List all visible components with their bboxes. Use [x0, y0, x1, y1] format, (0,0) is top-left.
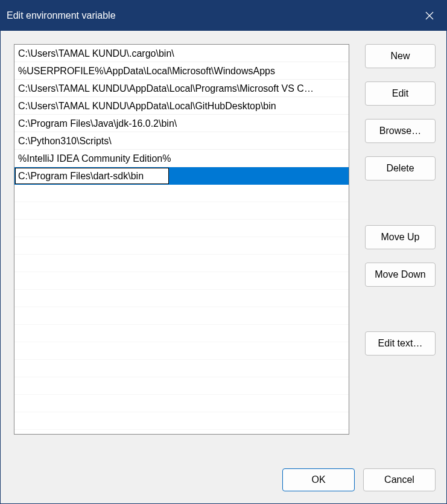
list-item-empty[interactable] [14, 290, 349, 307]
edit-text-button[interactable]: Edit text… [365, 331, 436, 356]
move-down-button[interactable]: Move Down [365, 263, 436, 287]
list-item[interactable]: C:\Users\TAMAL KUNDU\.cargo\bin\ [14, 45, 349, 62]
titlebar: Edit environment variable [1, 1, 446, 31]
close-button[interactable] [417, 4, 442, 28]
list-item-empty[interactable] [14, 377, 349, 395]
dialog-footer: OK Cancel [14, 468, 436, 491]
list-item-empty[interactable] [14, 342, 349, 360]
ok-button[interactable]: OK [282, 468, 355, 491]
list-item-empty[interactable] [14, 395, 349, 412]
list-item-empty[interactable] [14, 202, 349, 220]
list-item[interactable]: C:\Python310\Scripts\ [14, 132, 349, 150]
dialog-title: Edit environment variable [7, 10, 116, 21]
path-listbox[interactable]: C:\Users\TAMAL KUNDU\.cargo\bin\ %USERPR… [14, 44, 349, 435]
list-item-empty[interactable] [14, 325, 349, 342]
new-button[interactable]: New [365, 44, 436, 68]
dialog-window: Edit environment variable C:\Users\TAMAL… [0, 0, 447, 504]
list-item-empty[interactable] [14, 412, 349, 430]
list-item[interactable]: C:\Users\TAMAL KUNDU\AppData\Local\Progr… [14, 80, 349, 97]
list-item-empty[interactable] [14, 360, 349, 377]
move-up-button[interactable]: Move Up [365, 225, 436, 249]
list-item[interactable]: %USERPROFILE%\AppData\Local\Microsoft\Wi… [14, 62, 349, 80]
delete-button[interactable]: Delete [365, 156, 436, 180]
close-icon [425, 11, 434, 20]
list-item-empty[interactable] [14, 307, 349, 325]
list-item[interactable]: C:\Users\TAMAL KUNDU\AppData\Local\GitHu… [14, 97, 349, 115]
browse-button[interactable]: Browse… [365, 119, 436, 143]
dialog-content: C:\Users\TAMAL KUNDU\.cargo\bin\ %USERPR… [1, 31, 446, 503]
list-item-empty[interactable] [14, 272, 349, 290]
list-item-empty[interactable] [14, 237, 349, 255]
edit-button[interactable]: Edit [365, 81, 436, 106]
list-item[interactable]: C:\Program Files\Java\jdk-16.0.2\bin\ [14, 115, 349, 132]
side-buttons: New Edit Browse… Delete Move Up Move Dow… [365, 44, 436, 453]
list-item-empty[interactable] [14, 185, 349, 202]
main-area: C:\Users\TAMAL KUNDU\.cargo\bin\ %USERPR… [14, 44, 436, 453]
list-item-empty[interactable] [14, 220, 349, 237]
inline-edit-input[interactable]: C:\Program Files\dart-sdk\bin [15, 168, 169, 184]
list-item-empty[interactable] [14, 255, 349, 272]
cancel-button[interactable]: Cancel [363, 468, 436, 491]
list-item-selected[interactable]: C:\Program Files\dart-sdk\bin [14, 167, 349, 185]
list-item[interactable]: %IntelliJ IDEA Community Edition% [14, 150, 349, 167]
